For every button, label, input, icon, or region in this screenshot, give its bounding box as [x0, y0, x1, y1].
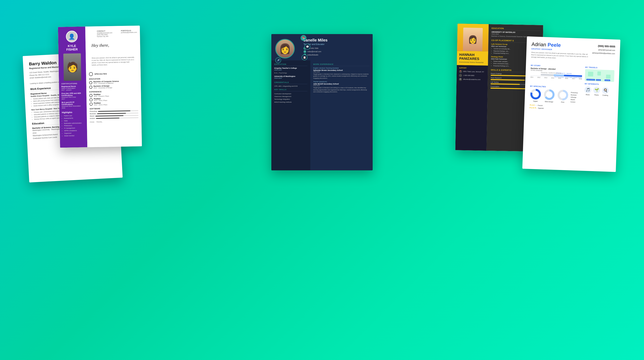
hannah-name: HANNAHPANIZARES — [459, 53, 486, 61]
janelle-skills: Curriculum development Classroom Managem… — [274, 92, 308, 104]
travels-map: North America Europe Australia — [585, 69, 614, 82]
kyle-exp-label: EXPERIENCE — [89, 90, 138, 93]
kyle-exp-section: EXPERIENCE Position2016 - Present | Plac… — [89, 90, 138, 106]
janelle-work1-date: 2018-2020 — [313, 71, 370, 73]
adrian-right: MY TRAVELS North America Europe Australi… — [584, 64, 614, 112]
hannah-edu-title: EDUCATION — [492, 27, 540, 31]
janelle-info: Janelle Miles Teacher and Educator 📞 243… — [304, 38, 369, 57]
adrian-skill-bars: Photoshop Illustrator InDesign Sket — [570, 91, 582, 104]
janelle-edu2-date: 2016-2019 — [274, 77, 308, 79]
interest-music: 🎵 Music — [584, 86, 592, 95]
janelle-phone: 📞 243-456-7899 — [304, 47, 369, 50]
kyle-spec-icon — [89, 72, 93, 76]
janelle-skills-title: KEY SKILLS — [274, 89, 308, 91]
interests-row: 🎵 Music 🌱 Plants 🍳 Cooking — [584, 86, 614, 96]
janelle-work1-company: Sylvester Brown Secondary School — [313, 69, 370, 71]
timeline-bar1 — [541, 74, 554, 76]
adrian-timeline: 20112012201320142015201620172018 Persona… — [530, 72, 582, 84]
kyle-main: CONTACT email@youremail.com (555) 555-55… — [85, 25, 142, 147]
kyle-edu-icon2 — [89, 85, 92, 89]
travel-na-label: North America — [586, 79, 595, 81]
janelle-edu1-school: Kingsley Teacher's College — [274, 67, 308, 69]
hannah-support-label: Support — [459, 67, 486, 69]
hannah-contact2: 📞 1-905-509-5900 — [459, 74, 486, 77]
kyle-sw-invision: Invision — [90, 117, 138, 119]
adrian-travels-title: MY TRAVELS — [585, 66, 614, 69]
skill-sketch: Sketch — [570, 98, 581, 101]
interest-plants: 🌱 Plants — [593, 86, 600, 96]
janelle-photo: 👩 — [275, 39, 295, 58]
kyle-top-contact: CONTACT email@youremail.com (555) 555-55… — [88, 29, 137, 37]
kyle-food-travel: FOOD TRAVEL — [90, 120, 138, 123]
skill-invision: Invision — [570, 101, 581, 103]
janelle-work2-date: 2016-2018 — [313, 85, 370, 86]
kyle-specialties-row: SPECIALTIES — [89, 71, 138, 76]
email-icon: ✉ — [304, 50, 306, 53]
janelle-edu-title: EDUCATION — [274, 63, 308, 66]
kyle-hey: Hey there, — [88, 38, 137, 52]
kyle-edu1: Bachelor of Computer Science 2014 - Univ… — [89, 80, 138, 84]
adrian-name: Adrian Peele — [532, 41, 590, 49]
janelle-photo-area: 👩 📚 💬 📋 ✈️ — [275, 38, 295, 58]
kyle-travel-label: TRAVEL — [96, 121, 102, 123]
janelle-role: Teacher and Educator — [304, 43, 369, 45]
janelle-work1-title: English Literature Teaching Assistant — [313, 67, 370, 69]
janelle-top: 👩 📚 💬 📋 ✈️ Janelle Miles Teacher and Edu… — [271, 34, 373, 60]
node1: 📚 — [300, 35, 306, 41]
node2: 💬 — [304, 44, 310, 50]
music-icon: 🎵 — [584, 86, 592, 93]
location-icon: 📍 — [459, 70, 462, 73]
travel-eu-label: Europe — [596, 79, 601, 81]
kyle-cert-label: Certifications — [61, 82, 84, 85]
north-america-region — [588, 71, 593, 76]
adrian-specialties-row: Digital Web Design P — [530, 88, 582, 104]
donut-digital: Digital — [530, 88, 542, 102]
kyle-edu2: Bachelor of Design 2012 - University of … — [89, 84, 138, 89]
adrian-languages: ★★★★★ French ★★★★★ Spanish — [529, 104, 581, 110]
janelle-right-col: WORK EXPERIENCE English Literature Teach… — [310, 60, 373, 170]
adrian-body: MY STORY Bachelor of Design - attended O… — [529, 62, 614, 112]
skill-illustrator: Illustrator — [571, 94, 582, 96]
hannah-contact3: ✉ afounier@uwaterloo.com — [459, 78, 486, 81]
kyle-cert1: Registered Nurse State of Washington 201… — [61, 85, 84, 91]
donut-webdesign: Web Design — [543, 88, 555, 103]
node4: ✈️ — [275, 57, 281, 63]
kyle-specialties-label: SPECIALTIES — [94, 73, 107, 75]
node3: 📋 — [302, 54, 308, 60]
janelle-work-title: WORK EXPERIENCE — [313, 63, 370, 66]
resume-card-adrian: Adrian Peele GRAPHIC DESIGNER Show your … — [522, 36, 620, 172]
janelle-linkedin: in jmiles/linkedin — [304, 53, 369, 56]
kyle-edu-section: EDUCATION Bachelor of Computer Science 2… — [89, 77, 138, 89]
hannah-name-area: HANNAHPANIZARES Environmental Science Re… — [457, 51, 488, 66]
adrian-name-area: Adrian Peele GRAPHIC DESIGNER Show your … — [531, 41, 590, 61]
janelle-main: EDUCATION Kingsley Teacher's College 202… — [271, 60, 373, 170]
kyle-food-label: FOOD — [90, 121, 94, 123]
janelle-left-col: EDUCATION Kingsley Teacher's College 202… — [271, 60, 310, 170]
janelle-cred-items: CPR, AED, Lifeguarding and ECE — [274, 85, 308, 87]
janelle-email: ✉ miles@email.com — [304, 50, 369, 53]
janelle-edu1-degree: B.Sc., Psychology — [274, 72, 308, 74]
plants-icon: 🌱 — [593, 86, 600, 93]
janelle-work2-title: Teacher (practicum) — [313, 81, 370, 82]
interest-cooking: 🍳 Cooking — [602, 87, 609, 96]
cooking-icon: 🍳 — [602, 87, 609, 94]
kyle-cert2: First Aid, CPR and AED Certifications Am… — [62, 92, 84, 100]
janelle-name: Janelle Miles — [304, 38, 369, 42]
kyle-exp-icon2 — [90, 98, 92, 101]
travel-au-label: Australia — [604, 79, 610, 81]
kyle-sw-label: SOFTWARE — [90, 107, 138, 110]
kyle-name: KYLEFISHER — [60, 44, 83, 51]
resume-card-kyle: 👤 KYLEFISHER 🧑 Certifications Registered… — [58, 25, 142, 148]
kyle-edu-icon1 — [89, 81, 92, 84]
europe-region — [597, 71, 601, 75]
skill-photoshop: Photoshop — [571, 91, 582, 94]
janelle-cred-title: CREDENTIALS — [274, 81, 308, 84]
hannah-photo-top: 👩 — [457, 23, 488, 51]
janelle-work1-desc: Taught grade 11 literature from classica… — [313, 73, 370, 79]
kyle-exp1: Position2016 - Present | Place — [90, 93, 138, 97]
hannah-contact-area: Support 📍 8001 Tilafa Lane, Monsell, NY … — [455, 65, 488, 151]
adrian-interests-title: MY INTERESTS — [585, 82, 614, 85]
skill-indesign: InDesign — [570, 96, 581, 98]
kyle-software-section: SOFTWARE Photoshop Illustrator Sketch In… — [90, 107, 138, 119]
kyle-exp3: Position2012 - 2014 | Place — [90, 101, 138, 106]
